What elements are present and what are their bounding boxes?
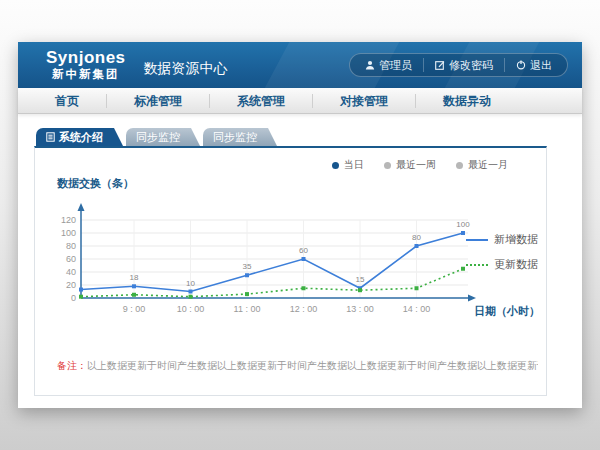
change-password-label: 修改密码 — [449, 58, 493, 73]
tab-bar: 系统介绍 同步监控 同步监控 — [36, 128, 566, 146]
svg-text:60: 60 — [66, 254, 76, 264]
user-name-label: 管理员 — [379, 58, 412, 73]
footnote-prefix: 备注： — [57, 360, 87, 371]
svg-text:12 : 00: 12 : 00 — [290, 304, 318, 314]
legend-label: 新增数据 — [494, 232, 538, 247]
page-title: 数据资源中心 — [144, 60, 228, 78]
tab-label: 同步监控 — [136, 128, 180, 146]
logo-wordmark: Synjones — [46, 49, 126, 68]
svg-text:40: 40 — [66, 267, 76, 277]
svg-text:14 : 00: 14 : 00 — [403, 304, 431, 314]
user-menu-admin[interactable]: 管理员 — [354, 58, 423, 72]
tab-sync-monitor-2[interactable]: 同步监控 — [203, 128, 277, 146]
filter-last-month[interactable]: 最近一月 — [456, 158, 508, 172]
logo-company-name: 新中新集团 — [46, 68, 126, 81]
user-menu: 管理员 修改密码 退出 — [349, 53, 568, 77]
radio-dot-icon — [332, 162, 339, 169]
svg-text:120: 120 — [61, 215, 76, 225]
svg-text:15: 15 — [356, 275, 365, 284]
svg-text:60: 60 — [299, 246, 308, 255]
document-icon — [46, 132, 55, 142]
logout-label: 退出 — [530, 58, 552, 73]
filter-today[interactable]: 当日 — [332, 158, 364, 172]
desktop-background: Synjones 新中新集团 数据资源中心 管理员 修改密码 退出 — [0, 0, 600, 450]
filter-label: 当日 — [344, 158, 364, 172]
nav-item-home[interactable]: 首页 — [28, 94, 107, 108]
y-axis-title: 数据交换（条） — [57, 176, 134, 191]
svg-text:100: 100 — [456, 220, 470, 229]
svg-text:80: 80 — [66, 241, 76, 251]
svg-text:100: 100 — [61, 228, 76, 238]
svg-text:35: 35 — [243, 262, 252, 271]
filter-label: 最近一周 — [396, 158, 436, 172]
solid-line-icon — [466, 239, 488, 241]
tab-label: 同步监控 — [213, 128, 257, 146]
svg-text:20: 20 — [66, 280, 76, 290]
nav-item-system-mgmt[interactable]: 系统管理 — [210, 94, 313, 108]
x-axis-title: 日期（小时） — [474, 304, 540, 319]
footnote-text: 以上数据更新于时间产生数据以上数据更新于时间产生数据以上数据更新于时间产生数据以… — [87, 360, 538, 371]
app-window: Synjones 新中新集团 数据资源中心 管理员 修改密码 退出 — [18, 42, 582, 408]
edit-icon — [435, 60, 445, 70]
app-header: Synjones 新中新集团 数据资源中心 管理员 修改密码 退出 — [18, 42, 582, 88]
line-chart: 0204060801001209 : 0010 : 0011 : 0012 : … — [43, 198, 483, 328]
legend-item-new-data[interactable]: 新增数据 — [466, 232, 538, 247]
svg-text:11 : 00: 11 : 00 — [234, 304, 261, 314]
tab-system-intro[interactable]: 系统介绍 — [36, 128, 123, 146]
radio-dot-icon — [384, 162, 391, 169]
svg-text:10 : 00: 10 : 00 — [177, 304, 205, 314]
svg-text:18: 18 — [130, 273, 139, 282]
filter-last-week[interactable]: 最近一周 — [384, 158, 436, 172]
legend-label: 更新数据 — [494, 257, 538, 272]
legend-item-updated-data[interactable]: 更新数据 — [466, 257, 538, 272]
main-navbar: 首页 标准管理 系统管理 对接管理 数据异动 — [18, 88, 582, 114]
user-icon — [365, 60, 375, 70]
svg-text:10: 10 — [186, 279, 195, 288]
footnote: 备注：以上数据更新于时间产生数据以上数据更新于时间产生数据以上数据更新于时间产生… — [57, 359, 538, 373]
nav-item-data-change[interactable]: 数据异动 — [416, 94, 518, 108]
nav-item-standard-mgmt[interactable]: 标准管理 — [107, 94, 210, 108]
dotted-line-icon — [466, 264, 488, 266]
change-password-button[interactable]: 修改密码 — [423, 58, 504, 72]
svg-text:13 : 00: 13 : 00 — [346, 304, 374, 314]
power-icon — [516, 60, 526, 70]
radio-dot-icon — [456, 162, 463, 169]
chart-panel: 当日 最近一周 最近一月 数据交换（条） 0204060801001209 : … — [34, 146, 547, 396]
tab-sync-monitor-1[interactable]: 同步监控 — [126, 128, 200, 146]
svg-text:9 : 00: 9 : 00 — [123, 304, 146, 314]
company-logo: Synjones 新中新集团 — [46, 49, 126, 80]
logout-button[interactable]: 退出 — [504, 58, 563, 72]
main-content: 系统介绍 同步监控 同步监控 当日 最近一周 — [18, 114, 582, 396]
time-range-filters: 当日 最近一周 最近一月 — [332, 158, 508, 172]
series-legend: 新增数据 更新数据 — [466, 232, 538, 272]
svg-text:80: 80 — [412, 233, 421, 242]
nav-item-interface-mgmt[interactable]: 对接管理 — [313, 94, 416, 108]
filter-label: 最近一月 — [468, 158, 508, 172]
tab-label: 系统介绍 — [59, 128, 103, 146]
svg-text:0: 0 — [71, 293, 76, 303]
